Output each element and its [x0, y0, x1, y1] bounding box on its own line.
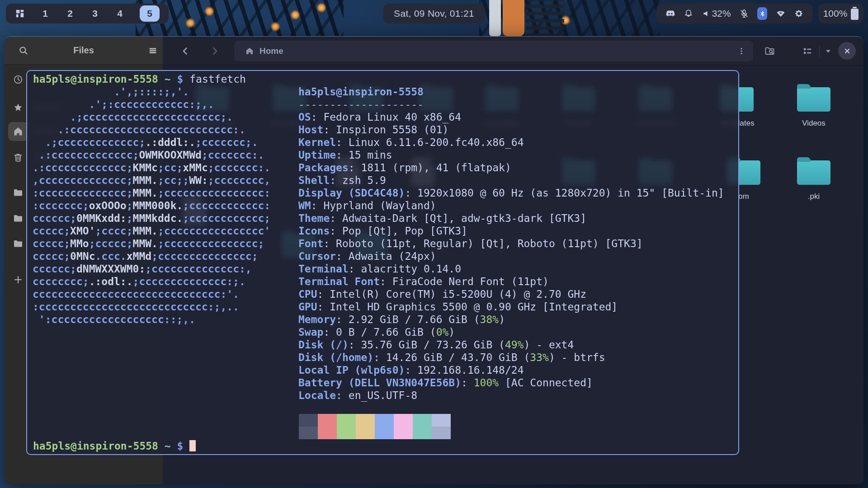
terminal-window[interactable]: ha5pls@inspiron-5558 ~ $ fastfetch .',;:… — [26, 70, 739, 455]
sidebar-header: Files — [5, 37, 163, 65]
view-toggle-divider — [819, 45, 820, 57]
files-toolbar: Home — [163, 37, 863, 66]
tower-light — [290, 10, 300, 20]
notifications-bell-icon[interactable] — [684, 9, 693, 19]
workspace-button-5[interactable]: 5 — [140, 5, 160, 22]
folder-search-icon[interactable] — [764, 46, 776, 56]
workspace-button-1[interactable]: 1 — [40, 8, 50, 19]
workspace-button-3[interactable]: 3 — [90, 8, 100, 19]
terminal-cursor — [189, 440, 196, 451]
workspace-switcher: 12345 — [40, 5, 160, 22]
tower-light — [316, 3, 326, 13]
home-icon — [245, 47, 254, 56]
terminal-prompt-line: ha5pls@inspiron-5558 ~ $ fastfetch — [33, 73, 246, 85]
tower-light — [270, 22, 280, 32]
clock: Sat, 09 Nov, 01:21 — [394, 8, 474, 19]
hamburger-menu-icon[interactable] — [147, 45, 158, 56]
folder-icon — [797, 160, 830, 185]
workspaces-pill: 12345 — [6, 4, 169, 23]
rocket-booster — [489, 0, 501, 36]
rocket-fuel-tank — [503, 0, 524, 36]
battery-pill[interactable]: 100% — [818, 4, 863, 23]
battery-percent: 100% — [823, 8, 848, 19]
clock-pill[interactable]: Sat, 09 Nov, 01:21 — [383, 4, 485, 23]
wifi-icon[interactable] — [776, 9, 786, 19]
terminal-prompt-line: ha5pls@inspiron-5558 ~ $ — [33, 440, 196, 452]
close-button[interactable] — [838, 42, 856, 60]
volume-percent: 32% — [712, 8, 731, 19]
fastfetch-info: ha5pls@inspiron-5558 -------------------… — [298, 85, 724, 402]
rocket-launch-tower — [526, 0, 564, 37]
item-label: .pki — [784, 192, 844, 201]
workspace-button-4[interactable]: 4 — [115, 8, 125, 19]
back-button[interactable] — [180, 46, 191, 56]
sidebar-folder-icon[interactable] — [13, 213, 24, 224]
discord-icon[interactable] — [665, 9, 675, 19]
terminal-color-palette — [299, 414, 451, 439]
battery-icon — [851, 9, 859, 20]
folder-icon — [797, 87, 830, 112]
bluetooth-icon[interactable] — [757, 7, 767, 20]
folder-item-Videos[interactable]: Videos — [784, 84, 844, 128]
sidebar-plus-icon[interactable] — [13, 274, 24, 285]
microphone-muted-icon[interactable] — [739, 9, 749, 19]
volume-speaker-icon — [702, 9, 710, 19]
volume-indicator[interactable]: 32% — [702, 8, 731, 19]
fedora-ascii-logo: .',;::::;,'. .';:cccccccccccc:;,. .;cccc… — [33, 85, 270, 326]
view-caret-icon[interactable] — [824, 46, 833, 56]
breadcrumb[interactable]: Home — [234, 41, 753, 61]
tower-light — [185, 18, 195, 28]
workspace-button-2[interactable]: 2 — [65, 8, 75, 19]
sidebar-trash-icon[interactable] — [13, 152, 24, 163]
kebab-menu-icon[interactable] — [737, 47, 746, 56]
app-launcher-icon[interactable] — [15, 9, 25, 19]
sidebar-folder-icon[interactable] — [13, 187, 24, 198]
palette-row-1 — [299, 414, 451, 427]
folder-item-.pki[interactable]: .pki — [784, 157, 844, 201]
breadcrumb-location: Home — [259, 46, 283, 56]
settings-gear-icon[interactable] — [794, 9, 804, 19]
system-tray-pill: 32% — [656, 4, 813, 23]
item-label: Videos — [784, 119, 844, 128]
tower-light — [204, 6, 214, 16]
list-view-icon[interactable] — [802, 46, 813, 56]
app-title: Files — [5, 45, 163, 56]
sidebar-home-icon[interactable] — [13, 126, 24, 137]
sidebar-clock-icon[interactable] — [13, 74, 24, 85]
palette-row-2 — [299, 427, 451, 439]
sidebar-folder-icon[interactable] — [13, 238, 24, 249]
forward-button[interactable] — [209, 46, 220, 56]
sidebar-star-icon[interactable] — [13, 102, 24, 113]
